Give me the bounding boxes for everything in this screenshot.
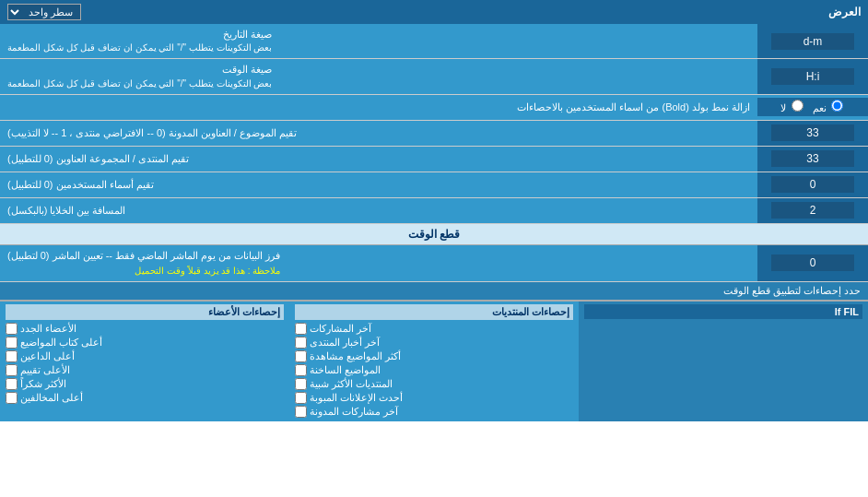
- limit-row: حدد إحصاءات لتطبيق قطع الوقت: [0, 282, 868, 301]
- radio-yes-label: نعم: [813, 100, 845, 114]
- topics-posts-input-cell: [757, 121, 868, 146]
- cb-similar-forums: المنتديات الأكثر شبية: [295, 377, 573, 391]
- cb-most-viewed: أكثر المواضيع مشاهدة: [295, 349, 573, 363]
- col-member-stats: إحصاءات الأعضاء الأعضاء الجدد أعلى كتاب …: [0, 302, 289, 421]
- cb-hot-topics: المواضيع الساخنة: [295, 363, 573, 377]
- radio-yes[interactable]: [831, 100, 843, 112]
- cb-classifieds: أحدث الإعلانات المبوبة: [295, 391, 573, 405]
- main-container: العرض سطر واحد سطران ثلاثة أسطر صيغة الت…: [0, 0, 868, 421]
- forum-group-row: تقيم المنتدى / المجموعة العناوين (0 للتط…: [0, 147, 868, 172]
- topics-posts-row: تقيم الموضوع / العناوين المدونة (0 -- ال…: [0, 121, 868, 147]
- space-between-input[interactable]: [771, 202, 854, 219]
- forum-group-label: تقيم المنتدى / المجموعة العناوين (0 للتط…: [0, 147, 757, 172]
- date-format-label: صيغة التاريخ بعض التكوينات يتطلب "/" الت…: [0, 24, 757, 58]
- topics-posts-input[interactable]: [771, 124, 854, 141]
- forum-group-input-cell: [757, 147, 868, 172]
- date-format-input[interactable]: [771, 33, 854, 50]
- cb-top-violators: أعلى المخالفين: [6, 391, 284, 405]
- topics-posts-label: تقيم الموضوع / العناوين المدونة (0 -- ال…: [0, 121, 757, 146]
- usernames-input-cell: [757, 172, 868, 197]
- time-format-input-cell: [757, 59, 868, 93]
- cutoff-label: فرز البيانات من يوم الماشر الماضي فقط --…: [0, 245, 757, 281]
- col-member-title: إحصاءات الأعضاء: [6, 304, 284, 320]
- space-between-label: المسافة بين الخلايا (بالبكسل): [0, 198, 757, 223]
- space-between-row: المسافة بين الخلايا (بالبكسل): [0, 198, 868, 224]
- cb-new-members: الأعضاء الجدد: [6, 322, 284, 336]
- cb-most-thanks-check[interactable]: [6, 378, 18, 390]
- display-dropdown[interactable]: سطر واحد سطران ثلاثة أسطر: [7, 4, 81, 20]
- cb-hot-topics-check[interactable]: [295, 364, 307, 376]
- forum-group-input[interactable]: [771, 150, 854, 167]
- cb-forum-news-check[interactable]: [295, 337, 307, 349]
- cb-new-members-check[interactable]: [6, 323, 18, 335]
- bottom-checkboxes: If FIL إحصاءات المنتديات آخر المشاركات آ…: [0, 301, 868, 421]
- cb-top-authors-check[interactable]: [6, 337, 18, 349]
- cb-most-viewed-check[interactable]: [295, 350, 307, 362]
- usernames-row: تقيم أسماء المستخدمين (0 للتطبيل): [0, 172, 868, 198]
- bold-radio-part: نعم لا: [757, 98, 868, 116]
- cb-blog-posts: آخر مشاركات المدونة: [295, 405, 573, 419]
- col-empty-title: If FIL: [584, 304, 862, 319]
- bold-remove-row: نعم لا ازالة نمط بولد (Bold) من اسماء ال…: [0, 95, 868, 121]
- cb-top-inviters: أعلى الداعين: [6, 349, 284, 363]
- col-forum-title: إحصاءات المنتديات: [295, 304, 573, 320]
- cutoff-header: قطع الوقت: [0, 224, 868, 245]
- cb-latest-posts: آخر المشاركات: [295, 322, 573, 336]
- time-format-label: صيغة الوقت بعض التكوينات يتطلب "/" التي …: [0, 59, 757, 93]
- cb-top-rated: الأعلى تقييم: [6, 363, 284, 377]
- col-empty: If FIL: [579, 302, 868, 421]
- cb-similar-forums-check[interactable]: [295, 378, 307, 390]
- cutoff-input-cell: [757, 245, 868, 281]
- usernames-input[interactable]: [771, 176, 854, 193]
- time-format-row: صيغة الوقت بعض التكوينات يتطلب "/" التي …: [0, 59, 868, 94]
- radio-no[interactable]: [792, 100, 803, 112]
- date-format-row: صيغة التاريخ بعض التكوينات يتطلب "/" الت…: [0, 24, 868, 59]
- header-row: العرض سطر واحد سطران ثلاثة أسطر: [0, 0, 868, 24]
- header-title: العرض: [828, 6, 861, 18]
- col-forum-stats: إحصاءات المنتديات آخر المشاركات آخر أخبا…: [289, 302, 579, 421]
- cb-most-thanks: الأكثر شكراً: [6, 377, 284, 391]
- date-format-input-cell: [757, 24, 868, 58]
- cb-top-violators-check[interactable]: [6, 392, 18, 404]
- bold-label: ازالة نمط بولد (Bold) من اسماء المستخدمي…: [0, 98, 757, 117]
- cb-forum-news: آخر أخبار المنتدى: [295, 336, 573, 349]
- cutoff-row: فرز البيانات من يوم الماشر الماضي فقط --…: [0, 245, 868, 282]
- space-between-input-cell: [757, 198, 868, 223]
- usernames-label: تقيم أسماء المستخدمين (0 للتطبيل): [0, 172, 757, 197]
- time-format-input[interactable]: [771, 68, 854, 85]
- cb-top-rated-check[interactable]: [6, 364, 18, 376]
- radio-no-label: لا: [780, 100, 804, 114]
- cb-top-authors: أعلى كتاب المواضيع: [6, 336, 284, 349]
- cb-blog-posts-check[interactable]: [295, 406, 307, 418]
- cb-top-inviters-check[interactable]: [6, 350, 18, 362]
- cb-latest-posts-check[interactable]: [295, 323, 307, 335]
- cb-classifieds-check[interactable]: [295, 392, 307, 404]
- cutoff-input[interactable]: [771, 254, 854, 271]
